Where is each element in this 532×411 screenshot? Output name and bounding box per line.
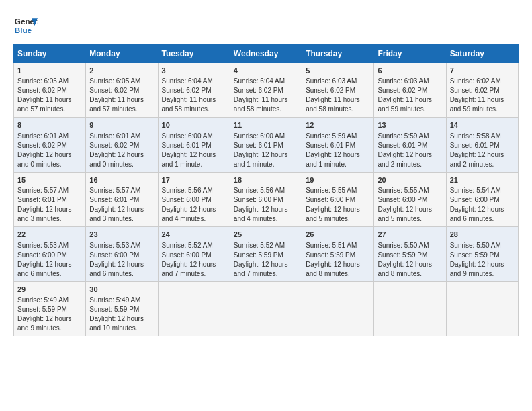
day-number: 7: [450, 66, 515, 76]
day-number: 29: [17, 285, 82, 295]
column-header-monday: Monday: [86, 45, 158, 63]
calendar-cell: 15 Sunrise: 5:57 AM Sunset: 6:01 PM Dayl…: [14, 172, 86, 226]
day-info: Sunrise: 6:03 AM Sunset: 6:02 PM Dayligh…: [378, 77, 442, 114]
column-header-thursday: Thursday: [302, 45, 374, 63]
day-number: 14: [450, 120, 515, 130]
day-number: 21: [450, 175, 515, 185]
calendar-cell: 9 Sunrise: 6:01 AM Sunset: 6:02 PM Dayli…: [86, 118, 158, 172]
calendar-cell: [158, 281, 230, 336]
calendar-cell: 11 Sunrise: 6:00 AM Sunset: 6:01 PM Dayl…: [230, 118, 302, 172]
calendar-cell: 1 Sunrise: 6:05 AM Sunset: 6:02 PM Dayli…: [14, 63, 86, 118]
day-info: Sunrise: 6:01 AM Sunset: 6:02 PM Dayligh…: [17, 132, 82, 169]
column-header-saturday: Saturday: [446, 45, 518, 63]
calendar-cell: 7 Sunrise: 6:02 AM Sunset: 6:02 PM Dayli…: [446, 63, 518, 118]
day-number: 10: [162, 120, 226, 130]
column-header-tuesday: Tuesday: [158, 45, 230, 63]
day-info: Sunrise: 5:57 AM Sunset: 6:01 PM Dayligh…: [17, 186, 82, 224]
day-number: 17: [162, 175, 226, 185]
day-info: Sunrise: 5:49 AM Sunset: 5:59 PM Dayligh…: [17, 295, 82, 333]
calendar-cell: 25 Sunrise: 5:52 AM Sunset: 5:59 PM Dayl…: [230, 227, 302, 281]
day-info: Sunrise: 6:05 AM Sunset: 6:02 PM Dayligh…: [89, 77, 154, 114]
calendar-cell: 3 Sunrise: 6:04 AM Sunset: 6:02 PM Dayli…: [158, 63, 230, 118]
calendar-cell: 23 Sunrise: 5:53 AM Sunset: 6:00 PM Dayl…: [86, 227, 158, 281]
day-number: 2: [89, 66, 154, 76]
day-info: Sunrise: 5:51 AM Sunset: 5:59 PM Dayligh…: [306, 241, 370, 279]
week-row-5: 29 Sunrise: 5:49 AM Sunset: 5:59 PM Dayl…: [14, 281, 519, 336]
day-info: Sunrise: 5:59 AM Sunset: 6:01 PM Dayligh…: [306, 132, 370, 169]
calendar-cell: 17 Sunrise: 5:56 AM Sunset: 6:00 PM Dayl…: [158, 172, 230, 226]
calendar-cell: 24 Sunrise: 5:52 AM Sunset: 6:00 PM Dayl…: [158, 227, 230, 281]
day-number: 16: [89, 175, 154, 185]
calendar-cell: 5 Sunrise: 6:03 AM Sunset: 6:02 PM Dayli…: [302, 63, 374, 118]
calendar-cell: [302, 281, 374, 336]
column-header-sunday: Sunday: [14, 45, 86, 63]
calendar-cell: [446, 281, 518, 336]
calendar-table: SundayMondayTuesdayWednesdayThursdayFrid…: [13, 44, 519, 336]
svg-text:Blue: Blue: [15, 26, 32, 34]
day-number: 26: [306, 230, 370, 240]
calendar-cell: 4 Sunrise: 6:04 AM Sunset: 6:02 PM Dayli…: [230, 63, 302, 118]
day-number: 1: [17, 66, 82, 76]
day-info: Sunrise: 5:56 AM Sunset: 6:00 PM Dayligh…: [234, 186, 298, 224]
day-number: 19: [306, 175, 370, 185]
day-number: 12: [306, 120, 370, 130]
calendar-cell: 12 Sunrise: 5:59 AM Sunset: 6:01 PM Dayl…: [302, 118, 374, 172]
calendar-cell: 16 Sunrise: 5:57 AM Sunset: 6:01 PM Dayl…: [86, 172, 158, 226]
day-number: 27: [378, 230, 442, 240]
day-number: 28: [450, 230, 515, 240]
calendar-cell: 18 Sunrise: 5:56 AM Sunset: 6:00 PM Dayl…: [230, 172, 302, 226]
day-info: Sunrise: 6:02 AM Sunset: 6:02 PM Dayligh…: [450, 77, 515, 114]
day-number: 5: [306, 66, 370, 76]
day-info: Sunrise: 6:01 AM Sunset: 6:02 PM Dayligh…: [89, 132, 154, 169]
day-info: Sunrise: 5:56 AM Sunset: 6:00 PM Dayligh…: [162, 186, 226, 224]
day-info: Sunrise: 5:58 AM Sunset: 6:01 PM Dayligh…: [450, 132, 515, 169]
calendar-cell: 22 Sunrise: 5:53 AM Sunset: 6:00 PM Dayl…: [14, 227, 86, 281]
logo: General Blue: [13, 13, 38, 38]
calendar-cell: 19 Sunrise: 5:55 AM Sunset: 6:00 PM Dayl…: [302, 172, 374, 226]
day-info: Sunrise: 5:49 AM Sunset: 5:59 PM Dayligh…: [89, 295, 154, 333]
day-info: Sunrise: 6:04 AM Sunset: 6:02 PM Dayligh…: [162, 77, 226, 114]
day-number: 15: [17, 175, 82, 185]
calendar-cell: 14 Sunrise: 5:58 AM Sunset: 6:01 PM Dayl…: [446, 118, 518, 172]
day-info: Sunrise: 6:04 AM Sunset: 6:02 PM Dayligh…: [234, 77, 298, 114]
day-info: Sunrise: 5:57 AM Sunset: 6:01 PM Dayligh…: [89, 186, 154, 224]
day-number: 25: [234, 230, 298, 240]
page-header: General Blue: [13, 13, 519, 38]
day-info: Sunrise: 5:55 AM Sunset: 6:00 PM Dayligh…: [378, 186, 442, 224]
day-info: Sunrise: 5:54 AM Sunset: 6:00 PM Dayligh…: [450, 186, 515, 224]
day-info: Sunrise: 6:05 AM Sunset: 6:02 PM Dayligh…: [17, 77, 82, 114]
day-info: Sunrise: 5:53 AM Sunset: 6:00 PM Dayligh…: [89, 241, 154, 279]
day-info: Sunrise: 5:53 AM Sunset: 6:00 PM Dayligh…: [17, 241, 82, 279]
column-header-friday: Friday: [374, 45, 446, 63]
day-number: 8: [17, 120, 82, 130]
day-number: 11: [234, 120, 298, 130]
calendar-cell: [230, 281, 302, 336]
day-number: 4: [234, 66, 298, 76]
day-number: 24: [162, 230, 226, 240]
calendar-cell: 21 Sunrise: 5:54 AM Sunset: 6:00 PM Dayl…: [446, 172, 518, 226]
calendar-cell: 20 Sunrise: 5:55 AM Sunset: 6:00 PM Dayl…: [374, 172, 446, 226]
week-row-2: 8 Sunrise: 6:01 AM Sunset: 6:02 PM Dayli…: [14, 118, 519, 172]
day-info: Sunrise: 5:59 AM Sunset: 6:01 PM Dayligh…: [378, 132, 442, 169]
day-number: 23: [89, 230, 154, 240]
week-row-3: 15 Sunrise: 5:57 AM Sunset: 6:01 PM Dayl…: [14, 172, 519, 226]
day-info: Sunrise: 5:52 AM Sunset: 6:00 PM Dayligh…: [162, 241, 226, 279]
column-header-wednesday: Wednesday: [230, 45, 302, 63]
week-row-1: 1 Sunrise: 6:05 AM Sunset: 6:02 PM Dayli…: [14, 63, 519, 118]
calendar-cell: 8 Sunrise: 6:01 AM Sunset: 6:02 PM Dayli…: [14, 118, 86, 172]
day-info: Sunrise: 5:55 AM Sunset: 6:00 PM Dayligh…: [306, 186, 370, 224]
calendar-cell: [374, 281, 446, 336]
calendar-cell: 27 Sunrise: 5:50 AM Sunset: 5:59 PM Dayl…: [374, 227, 446, 281]
calendar-cell: 30 Sunrise: 5:49 AM Sunset: 5:59 PM Dayl…: [86, 281, 158, 336]
logo-icon: General Blue: [13, 13, 38, 38]
calendar-cell: 26 Sunrise: 5:51 AM Sunset: 5:59 PM Dayl…: [302, 227, 374, 281]
calendar-cell: 2 Sunrise: 6:05 AM Sunset: 6:02 PM Dayli…: [86, 63, 158, 118]
calendar-cell: 6 Sunrise: 6:03 AM Sunset: 6:02 PM Dayli…: [374, 63, 446, 118]
day-info: Sunrise: 6:00 AM Sunset: 6:01 PM Dayligh…: [234, 132, 298, 169]
calendar-cell: 29 Sunrise: 5:49 AM Sunset: 5:59 PM Dayl…: [14, 281, 86, 336]
calendar-cell: 28 Sunrise: 5:50 AM Sunset: 5:59 PM Dayl…: [446, 227, 518, 281]
day-number: 30: [89, 285, 154, 295]
week-row-4: 22 Sunrise: 5:53 AM Sunset: 6:00 PM Dayl…: [14, 227, 519, 281]
day-info: Sunrise: 5:52 AM Sunset: 5:59 PM Dayligh…: [234, 241, 298, 279]
calendar-cell: 13 Sunrise: 5:59 AM Sunset: 6:01 PM Dayl…: [374, 118, 446, 172]
